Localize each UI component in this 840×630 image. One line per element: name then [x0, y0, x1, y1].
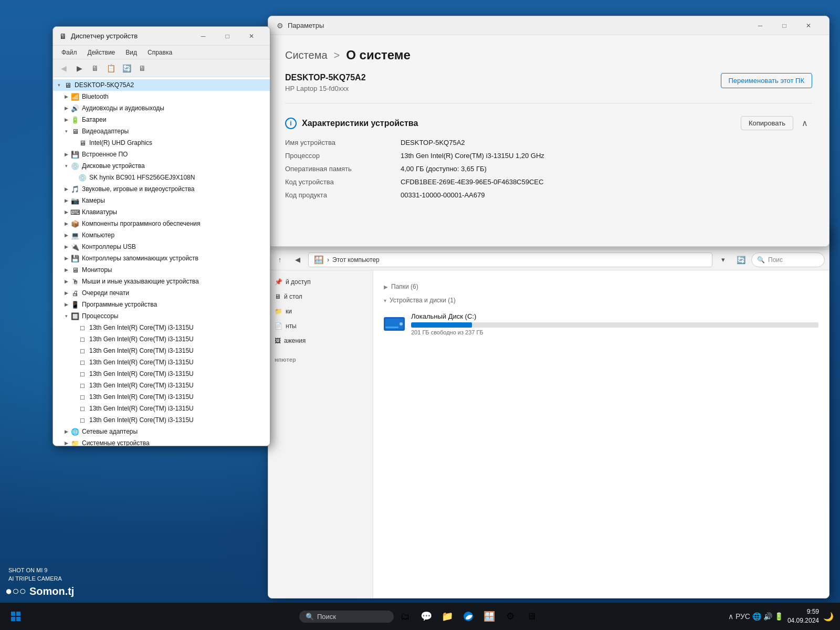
tree-item-camera[interactable]: ▶ 📷 Камеры — [53, 195, 270, 206]
copy-button[interactable]: Копировать — [741, 116, 793, 130]
minimize-button[interactable]: ─ — [748, 16, 772, 35]
chat-button[interactable]: 💬 — [417, 607, 436, 626]
list-item[interactable]: □ 13th Gen Intel(R) Core(TM) i3-1315U — [53, 380, 270, 391]
tree-item-print-queue[interactable]: ▶ 🖨 Очереди печати — [53, 287, 270, 299]
sidebar-item-desktop[interactable]: 🖥 й стол — [268, 289, 373, 304]
rename-pc-button[interactable]: Переименовать этот ПК — [721, 73, 813, 88]
tree-item-usb-ctrl[interactable]: ▶ 🔌 Контроллеры USB — [53, 241, 270, 253]
tree-item-bluetooth[interactable]: ▶ 📶 Bluetooth — [53, 91, 270, 102]
taskbar-clock[interactable]: 9:59 04.09.2024 — [788, 607, 819, 625]
tree-item-battery[interactable]: ▶ 🔋 Батареи — [53, 114, 270, 125]
back-button[interactable]: ◀ — [56, 61, 71, 75]
tree-item-video[interactable]: ▾ 🖥 Видеоадаптеры — [53, 125, 270, 137]
device-manager-taskbar[interactable]: 🖥 — [522, 607, 541, 626]
pin-icon: 📌 — [275, 278, 282, 286]
keyboard-icon: ⌨ — [71, 208, 79, 216]
forward-button[interactable]: ▶ — [72, 61, 87, 75]
devices-section-heading[interactable]: ▾ Устройства и диски (1) — [384, 297, 818, 304]
toolbar-btn-3[interactable]: 🔄 — [119, 61, 134, 75]
tree-item-network[interactable]: ▶ 🌐 Сетевые адаптеры — [53, 426, 270, 437]
list-item[interactable]: □ 13th Gen Intel(R) Core(TM) i3-1315U — [53, 391, 270, 403]
tree-item-keyboard[interactable]: ▶ ⌨ Клавиатуры — [53, 206, 270, 218]
language-indicator[interactable]: РУС — [736, 612, 750, 621]
menu-file[interactable]: Файл — [57, 48, 81, 57]
sidebar-label: й доступ — [286, 278, 311, 286]
maximize-button[interactable]: □ — [772, 16, 796, 35]
tree-item-disk[interactable]: ▾ 💿 Дисковые устройства — [53, 160, 270, 172]
menu-help[interactable]: Справка — [143, 48, 176, 57]
bluetooth-icon: 📶 — [71, 92, 79, 101]
list-item[interactable]: □ 13th Gen Intel(R) Core(TM) i3-1315U — [53, 345, 270, 356]
window-controls: ─ □ ✕ — [748, 16, 821, 35]
device-model: HP Laptop 15-fd0xxx — [285, 85, 366, 92]
tree-item-storage-ctrl[interactable]: ▶ 💾 Контроллеры запоминающих устройств — [53, 253, 270, 264]
tree-item-monitors[interactable]: ▶ 🖥 Мониторы — [53, 264, 270, 276]
firmware-label: Встроенное ПО — [82, 151, 128, 158]
tree-item-processors[interactable]: ▾ 🔲 Процессоры — [53, 310, 270, 322]
tree-item-computer[interactable]: ▶ 💻 Компьютер — [53, 229, 270, 241]
expand-icon: ▶ — [62, 266, 70, 274]
svg-rect-4 — [11, 612, 15, 616]
tree-item-prog-devices[interactable]: ▶ 📱 Программные устройства — [53, 299, 270, 310]
address-separator: › — [327, 256, 329, 264]
menu-action[interactable]: Действие — [83, 48, 120, 57]
cpu-label: 13th Gen Intel(R) Core(TM) i3-1315U — [89, 416, 194, 424]
sidebar-item-pictures[interactable]: 🖼 ажения — [268, 333, 373, 348]
close-button[interactable]: ✕ — [796, 16, 821, 35]
menu-view[interactable]: Вид — [121, 48, 141, 57]
sidebar-item-downloads[interactable]: 📁 ки — [268, 304, 373, 319]
tree-root[interactable]: ▾ 🖥 DESKTOP-5KQ75A2 — [53, 79, 270, 91]
maximize-button[interactable]: □ — [215, 27, 239, 46]
computer-label: Компьютер — [82, 232, 114, 239]
settings-button[interactable]: ⚙ — [501, 607, 520, 626]
tree-item-mouse[interactable]: ▶ 🖱 Мыши и иные указывающие устройства — [53, 276, 270, 287]
toolbar-btn-4[interactable]: 🖥 — [135, 61, 150, 75]
search-field[interactable]: 🔍 Поис — [751, 253, 825, 267]
tree-item-software[interactable]: ▶ 📦 Компоненты программного обеспечения — [53, 218, 270, 229]
toolbar-btn-1[interactable]: 🖥 — [88, 61, 102, 75]
local-disk-item[interactable]: Локальный Диск (C:) 201 ГБ свободно из 2… — [384, 308, 818, 340]
minimize-button[interactable]: ─ — [191, 27, 215, 46]
expand-icon: ▾ — [62, 162, 70, 170]
file-explorer-taskbar[interactable]: 📁 — [438, 607, 457, 626]
windows-store[interactable]: 🪟 — [480, 607, 499, 626]
close-button[interactable]: ✕ — [239, 27, 264, 46]
tree-item-skhynix[interactable]: 💿 SK hynix BC901 HFS256GEJ9X108N — [53, 172, 270, 183]
tree-item-system-devices[interactable]: ▶ 📁 Системные устройства — [53, 437, 270, 446]
folders-section-heading[interactable]: ▶ Папки (6) — [384, 283, 818, 290]
taskbar-search[interactable]: 🔍 Поиск — [299, 611, 394, 623]
tree-item-sound[interactable]: ▶ 🎵 Звуковые, игровые и видеоустройства — [53, 183, 270, 195]
list-item[interactable]: □ 13th Gen Intel(R) Core(TM) i3-1315U — [53, 356, 270, 368]
edge-browser[interactable] — [459, 607, 478, 626]
toolbar-btn-2[interactable]: 📋 — [103, 61, 118, 75]
start-button[interactable] — [6, 607, 25, 626]
tree-item-firmware[interactable]: ▶ 💾 Встроенное ПО — [53, 149, 270, 160]
sound-icon: 🎵 — [71, 185, 79, 193]
tray-chevron[interactable]: ∧ — [728, 612, 733, 621]
menu-bar: Файл Действие Вид Справка — [53, 46, 270, 59]
list-item[interactable]: □ 13th Gen Intel(R) Core(TM) i3-1315U — [53, 414, 270, 426]
shot-line1: SHOT ON MI 9 — [8, 566, 62, 574]
list-item[interactable]: □ 13th Gen Intel(R) Core(TM) i3-1315U — [53, 333, 270, 345]
list-item[interactable]: □ 13th Gen Intel(R) Core(TM) i3-1315U — [53, 368, 270, 380]
list-item[interactable]: □ 13th Gen Intel(R) Core(TM) i3-1315U — [53, 322, 270, 333]
notification-icon[interactable]: 🌙 — [823, 612, 834, 622]
refresh-button[interactable]: 🔄 — [733, 253, 748, 267]
nav-up-button[interactable]: ↑ — [272, 253, 287, 267]
tree-item-intel-graphics[interactable]: 🖥 Intel(R) UHD Graphics — [53, 137, 270, 149]
chevron-icon: ▾ — [384, 298, 386, 303]
taskview-button[interactable]: 🗂 — [396, 607, 415, 626]
sidebar-label: ажения — [284, 337, 306, 344]
nav-back-button[interactable]: ◀ — [290, 253, 305, 267]
device-name-block: DESKTOP-5KQ75A2 HP Laptop 15-fd0xxx — [285, 73, 366, 92]
collapse-button[interactable]: ∧ — [797, 116, 812, 130]
volume-icon[interactable]: 🔊 — [763, 612, 772, 621]
expand-icon — [70, 359, 77, 366]
dropdown-button[interactable]: ▾ — [716, 253, 730, 267]
cpu-label: 13th Gen Intel(R) Core(TM) i3-1315U — [89, 324, 194, 331]
tree-item-audio[interactable]: ▶ 🔊 Аудиовходы и аудиовыходы — [53, 102, 270, 114]
list-item[interactable]: □ 13th Gen Intel(R) Core(TM) i3-1315U — [53, 403, 270, 414]
sidebar-item-quick-access[interactable]: 📌 й доступ — [268, 275, 373, 289]
sidebar-item-documents[interactable]: 📄 нты — [268, 319, 373, 333]
address-field[interactable]: 🪟 › Этот компьютер — [308, 253, 712, 267]
